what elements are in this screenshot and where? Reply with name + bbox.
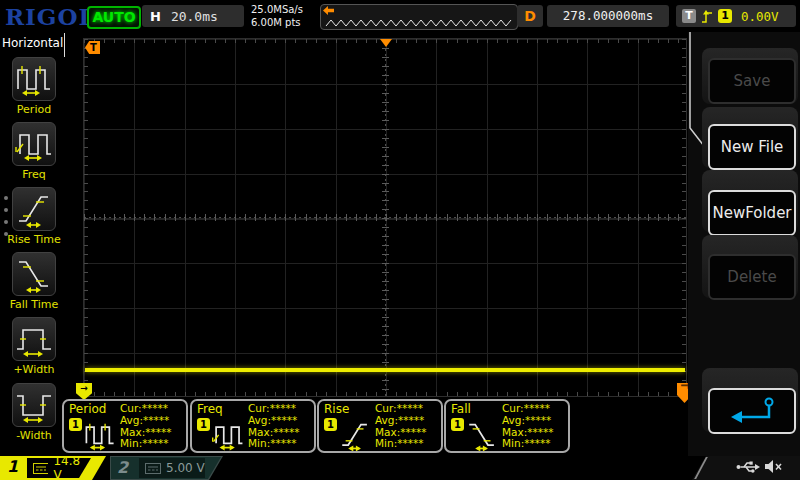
trigger-position-marker-icon[interactable]	[380, 39, 392, 47]
menu-item-label: +Width	[0, 363, 68, 376]
fall-time-icon	[12, 252, 56, 296]
measurement-panel-freq: Freq 1 Cur:***** Avg:***** Max:***** Min…	[190, 399, 316, 453]
channel2-status[interactable]: 2 5.00 V	[110, 456, 223, 480]
menu-title: Horizontal	[2, 36, 63, 50]
return-button[interactable]	[708, 388, 796, 434]
avg-label: Avg:	[502, 414, 525, 426]
avg-label: Avg:	[375, 414, 398, 426]
cur-value: *****	[397, 402, 423, 414]
channel1-offset-marker-icon[interactable]: →	[76, 383, 92, 400]
run-status-badge: AUTO	[87, 6, 141, 29]
measurement-name: Rise	[324, 402, 349, 416]
menu-item-fall-time[interactable]: Fall Time	[0, 252, 68, 311]
channel2-scale: 5.00 V	[166, 461, 205, 475]
max-label: Max:	[248, 426, 273, 438]
channel1-trace	[85, 368, 685, 372]
cur-value: *****	[524, 402, 550, 414]
measurement-channel-badge: 1	[324, 418, 337, 431]
measurement-channel-badge: 1	[451, 418, 464, 431]
menu-item-minus-width[interactable]: -Width	[0, 383, 68, 442]
trigger-level-value: 0.00V	[741, 9, 779, 24]
period-icon	[82, 417, 118, 451]
measurement-panel-period: Period 1 Cur:***** Avg:***** Max:***** M…	[62, 399, 188, 453]
menu-scroll-dot	[4, 232, 8, 236]
oscilloscope-screen: RIGOL AUTO H 20.0ms 25.0MSa/s 6.00M pts …	[0, 0, 800, 480]
save-button[interactable]: Save	[708, 58, 796, 104]
menu-item-label: Freq	[0, 168, 68, 181]
menu-item-freq[interactable]: Freq	[0, 122, 68, 181]
min-value: *****	[524, 437, 550, 449]
measurement-channel-badge: 1	[69, 418, 82, 431]
freq-icon	[210, 417, 246, 451]
menu-item-period[interactable]: Period	[0, 57, 68, 116]
measurement-panel-rise: Rise 1 Cur:***** Avg:***** Max:***** Min…	[317, 399, 443, 453]
rise-time-icon	[337, 417, 373, 451]
acquisition-info: 25.0MSa/s 6.00M pts	[251, 3, 303, 29]
horizontal-timebase-box[interactable]: H 20.0ms	[142, 5, 244, 27]
cur-label: Cur:	[248, 402, 270, 414]
left-function-menu: Horizontal Period	[0, 32, 68, 456]
min-label: Min:	[120, 437, 142, 449]
channel2-number: 2	[117, 458, 128, 477]
max-value: *****	[527, 426, 553, 438]
rigol-logo: RIGOL	[5, 3, 96, 30]
menu-item-label: Rise Time	[0, 233, 68, 246]
period-icon	[12, 57, 56, 101]
plus-width-icon	[12, 317, 56, 361]
min-label: Min:	[248, 437, 270, 449]
menu-item-rise-time[interactable]: Rise Time	[0, 187, 68, 246]
menu-item-label: Fall Time	[0, 298, 68, 311]
channel1-scale-box: 14.8 V	[27, 458, 91, 478]
memory-depth: 6.00M pts	[251, 16, 303, 29]
trigger-label: T	[682, 9, 696, 23]
fall-time-icon	[464, 417, 500, 451]
min-label: Min:	[502, 437, 524, 449]
max-label: Max:	[375, 426, 400, 438]
speaker-muted-icon	[764, 459, 784, 474]
new-file-button[interactable]: New File	[708, 124, 796, 170]
rise-time-icon	[12, 187, 56, 231]
return-arrow-icon	[723, 395, 781, 427]
avg-value: *****	[525, 414, 551, 426]
delete-button[interactable]: Delete	[708, 254, 796, 300]
measurement-name: Freq	[197, 402, 223, 416]
avg-value: *****	[271, 414, 297, 426]
channel1-status[interactable]: 1 14.8 V	[0, 456, 106, 480]
cur-value: *****	[142, 402, 168, 414]
trigger-source-badge: 1	[718, 9, 732, 23]
trigger-info-box[interactable]: T 1 0.00V	[676, 5, 796, 27]
max-value: *****	[400, 426, 426, 438]
max-value: *****	[145, 426, 171, 438]
channel1-scale: 14.8 V	[53, 454, 91, 480]
min-value: *****	[270, 437, 296, 449]
menu-scroll-dot	[4, 220, 8, 224]
max-label: Max:	[502, 426, 527, 438]
graticule-center-horizontal-ticks	[84, 214, 686, 221]
cur-value: *****	[270, 402, 296, 414]
preview-waveform-icon	[324, 7, 514, 29]
channel1-number: 1	[7, 457, 18, 476]
measurement-name: Period	[69, 402, 106, 416]
menu-scroll-dot	[4, 196, 8, 200]
min-label: Min:	[375, 437, 397, 449]
menu-item-plus-width[interactable]: +Width	[0, 317, 68, 376]
trigger-slope-rising-icon	[701, 9, 713, 24]
new-folder-button[interactable]: NewFolder	[708, 190, 796, 236]
min-value: *****	[397, 437, 423, 449]
cur-label: Cur:	[502, 402, 524, 414]
cur-label: Cur:	[375, 402, 397, 414]
avg-label: Avg:	[120, 414, 143, 426]
delay-label: D	[517, 5, 543, 27]
right-softkey-menu: Save Save New File NewFolder Delete	[688, 32, 800, 456]
freq-icon	[12, 122, 56, 166]
delay-value[interactable]: 278.000000ms	[547, 5, 669, 27]
avg-value: *****	[143, 414, 169, 426]
horizontal-label: H	[150, 9, 161, 24]
menu-scroll-dot	[4, 208, 8, 212]
timebase-value: 20.0ms	[171, 9, 218, 24]
usb-icon	[736, 460, 760, 474]
measurement-name: Fall	[451, 402, 471, 416]
graticule: T → T	[83, 38, 687, 397]
minus-width-icon	[12, 383, 56, 427]
max-value: *****	[273, 426, 299, 438]
